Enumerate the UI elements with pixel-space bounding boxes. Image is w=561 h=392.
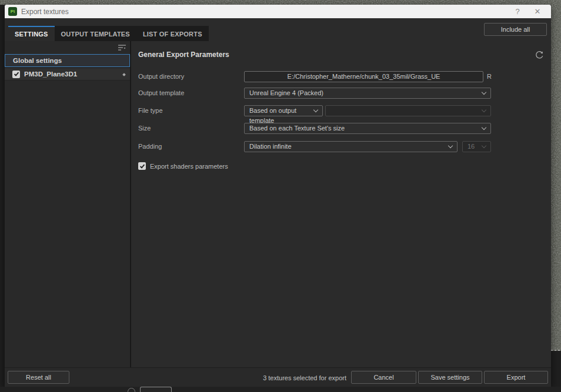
output-directory-field[interactable]: E:/Christopher_Matherne/chunk_03_35mil/G… bbox=[244, 71, 483, 82]
padding-dropdown[interactable]: Dilation infinite bbox=[244, 141, 458, 152]
app-background: Pi Export textures ? ✕ Include all SETTI… bbox=[0, 0, 561, 392]
padding-value: Dilation infinite bbox=[249, 143, 292, 150]
size-dropdown[interactable]: Based on each Texture Set's size bbox=[244, 123, 491, 134]
output-directory-suffix[interactable]: R bbox=[487, 71, 492, 82]
background-dropdown-fragment bbox=[140, 387, 172, 392]
size-value: Based on each Texture Set's size bbox=[249, 125, 345, 132]
chevron-down-icon bbox=[448, 143, 453, 148]
section-title: General Export Parameters bbox=[138, 51, 229, 59]
file-type-dropdown[interactable]: Based on output template bbox=[244, 105, 323, 116]
reset-all-button[interactable]: Reset all bbox=[8, 371, 69, 384]
dialog-tabbar: SETTINGS OUTPUT TEMPLATES LIST OF EXPORT… bbox=[8, 26, 209, 41]
padding-label: Padding bbox=[138, 141, 162, 152]
export-shaders-label: Export shaders parameters bbox=[150, 163, 228, 170]
dialog-titlebar[interactable]: Pi Export textures ? ✕ bbox=[5, 5, 551, 18]
chevron-down-icon bbox=[482, 125, 486, 130]
sidebar-header bbox=[5, 41, 130, 54]
output-template-dropdown[interactable]: Unreal Engine 4 (Packed) bbox=[244, 88, 491, 99]
save-settings-button[interactable]: Save settings bbox=[418, 371, 482, 384]
background-toolbar-icon-fragment bbox=[128, 388, 135, 392]
cancel-button[interactable]: Cancel bbox=[351, 371, 416, 384]
tab-output-templates[interactable]: OUTPUT TEMPLATES bbox=[55, 26, 136, 41]
texture-set-checkbox[interactable] bbox=[12, 71, 20, 78]
reset-parameters-icon[interactable] bbox=[535, 50, 545, 60]
file-type-bitdepth-dropdown bbox=[325, 105, 491, 116]
file-type-value: Based on output template bbox=[249, 107, 296, 124]
sidebar-item-label: PM3D_Plane3D1 bbox=[24, 71, 77, 78]
export-button[interactable]: Export bbox=[484, 371, 548, 384]
export-shaders-checkbox[interactable] bbox=[138, 162, 146, 170]
chevron-down-icon bbox=[482, 108, 486, 112]
sidebar-item-global-settings[interactable]: Global settings bbox=[5, 54, 130, 67]
output-template-label: Output template bbox=[138, 88, 184, 99]
sidebar-item-label: Global settings bbox=[13, 57, 62, 64]
file-type-label: File type bbox=[138, 105, 163, 116]
texture-set-sidebar: Global settings PM3D_Plane3D1 bbox=[5, 41, 130, 367]
filter-icon[interactable] bbox=[118, 43, 126, 52]
export-shaders-row[interactable]: Export shaders parameters bbox=[138, 162, 228, 170]
export-status-text: 3 textures selected for export bbox=[263, 368, 346, 387]
background-app-strip bbox=[0, 387, 561, 392]
chevron-down-icon bbox=[482, 90, 486, 95]
include-all-button[interactable]: Include all bbox=[484, 23, 547, 36]
dialog-title: Export textures bbox=[21, 8, 69, 16]
padding-size-value: 16 bbox=[468, 143, 475, 150]
general-export-parameters-panel: General Export Parameters Output directo… bbox=[131, 41, 551, 367]
chevron-down-icon bbox=[482, 143, 486, 148]
chevron-down-icon bbox=[313, 108, 318, 112]
output-template-value: Unreal Engine 4 (Packed) bbox=[249, 89, 323, 96]
size-label: Size bbox=[138, 123, 151, 134]
check-icon bbox=[139, 163, 145, 169]
modified-dot-indicator bbox=[122, 73, 126, 76]
output-directory-label: Output directory bbox=[138, 71, 184, 82]
painter-app-icon: Pi bbox=[8, 7, 17, 16]
close-icon[interactable]: ✕ bbox=[527, 5, 547, 18]
export-textures-dialog: Pi Export textures ? ✕ Include all SETTI… bbox=[5, 5, 551, 387]
help-icon[interactable]: ? bbox=[507, 5, 527, 18]
tab-list-of-exports[interactable]: LIST OF EXPORTS bbox=[136, 26, 209, 41]
tab-settings[interactable]: SETTINGS bbox=[8, 26, 55, 41]
padding-size-dropdown: 16 bbox=[462, 141, 491, 152]
check-icon bbox=[14, 71, 19, 77]
sidebar-item-texture-set[interactable]: PM3D_Plane3D1 bbox=[5, 68, 130, 81]
dialog-footer: Reset all 3 textures selected for export… bbox=[5, 367, 551, 387]
